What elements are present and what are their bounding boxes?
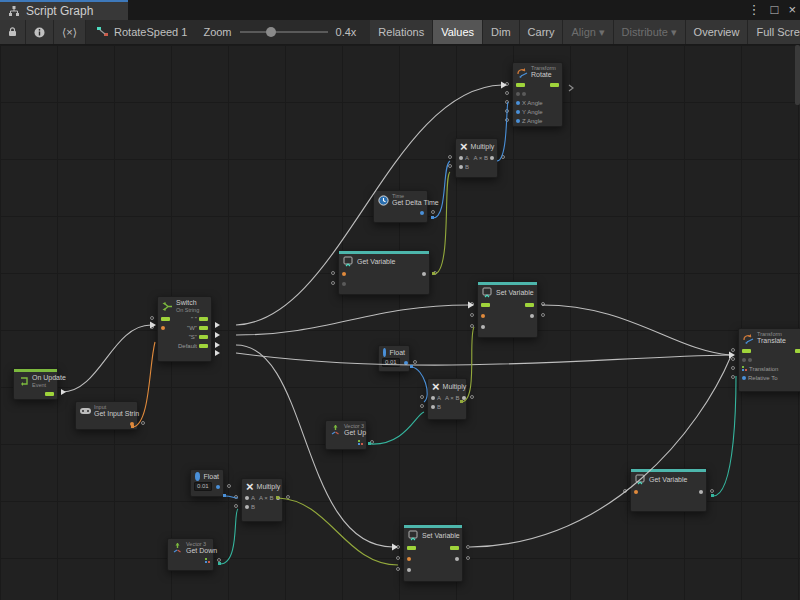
node-multiply-top[interactable]: × Multiply AA × B B — [455, 138, 498, 178]
value-out-port[interactable] — [699, 490, 703, 494]
case-label: " " — [191, 316, 197, 322]
vector3-out-port[interactable] — [358, 440, 363, 445]
string-out-port[interactable] — [130, 422, 134, 426]
b-in-port[interactable] — [431, 405, 435, 409]
node-get-variable-right[interactable]: Get Variable — [630, 468, 707, 512]
target-in-port[interactable] — [516, 92, 520, 96]
case-label: "S" — [189, 334, 197, 340]
node-get-input-string[interactable]: Input Get Input Strin — [75, 401, 138, 430]
node-get-down[interactable]: Vector 3 Get Down — [167, 538, 214, 571]
node-set-variable-bot[interactable]: Set Variable — [403, 524, 463, 582]
name-in-port[interactable] — [481, 314, 485, 318]
fullscreen-button[interactable]: Full Screen — [748, 20, 800, 44]
float-value[interactable]: 0.01 — [194, 482, 212, 491]
dim-button[interactable]: Dim — [483, 20, 520, 44]
case-out-port[interactable] — [199, 317, 208, 321]
value-out-port[interactable] — [530, 314, 534, 318]
case-out-port[interactable] — [199, 326, 208, 330]
value-out-port[interactable] — [455, 557, 459, 561]
graph-node-icon — [96, 26, 109, 38]
name-in-port[interactable] — [342, 272, 346, 276]
node-switch-on-string[interactable]: Switch On String " " "W" "S" Default — [157, 296, 212, 362]
float-out-port[interactable] — [404, 361, 408, 365]
value-out-port[interactable] — [422, 272, 426, 276]
value-in-port[interactable] — [481, 325, 485, 329]
case-out-port[interactable] — [199, 335, 208, 339]
a-in-port[interactable] — [431, 396, 435, 400]
vertical-scrollbar[interactable] — [795, 45, 800, 105]
result-out-port[interactable] — [490, 156, 494, 160]
info-button[interactable] — [26, 20, 54, 44]
node-rotate[interactable]: Transform Rotate X Angle Y Angle Z Angle — [512, 62, 563, 127]
flow-out-port[interactable] — [795, 349, 800, 353]
z-angle-label: Z Angle — [522, 118, 542, 124]
zoom-label: Zoom — [203, 26, 231, 38]
flow-out-port[interactable] — [45, 392, 54, 396]
default-out-port[interactable] — [199, 344, 208, 348]
target-in-port[interactable] — [742, 358, 746, 362]
values-button[interactable]: Values — [433, 20, 483, 44]
flow-out-port[interactable] — [450, 546, 459, 550]
node-title: Get Variable — [357, 258, 395, 266]
value-in-port[interactable] — [407, 568, 411, 572]
distribute-button[interactable]: Distribute ▾ — [614, 20, 686, 44]
zoom-to-fit-button[interactable]: ⟨×⟩ — [54, 20, 86, 44]
maximize-icon[interactable]: □ — [771, 2, 779, 17]
zoom-slider-handle[interactable] — [266, 27, 276, 37]
selector-in-port[interactable] — [161, 326, 165, 330]
node-multiply-mid[interactable]: × Multiply AA × B B — [427, 378, 467, 420]
lock-icon — [8, 27, 17, 37]
float-value[interactable]: 0.01 — [382, 358, 400, 367]
node-get-variable-top[interactable]: Get Variable — [338, 250, 430, 295]
a-label: A — [437, 395, 441, 401]
carry-button[interactable]: Carry — [520, 20, 564, 44]
flow-in-port[interactable] — [742, 349, 751, 353]
b-in-port[interactable] — [459, 165, 463, 169]
node-title: Multiply — [443, 383, 467, 391]
overview-button[interactable]: Overview — [686, 20, 749, 44]
vector3-out-port[interactable] — [205, 558, 210, 563]
z-angle-port[interactable] — [516, 119, 520, 123]
flow-out-port[interactable] — [550, 83, 559, 87]
flow-in-port[interactable] — [407, 546, 416, 550]
node-multiply-bot[interactable]: × Multiply AA × B B — [241, 478, 283, 522]
b-in-port[interactable] — [245, 505, 249, 509]
node-title: Rotate — [531, 71, 556, 79]
flow-in-port[interactable] — [516, 83, 525, 87]
toolbar: ⟨×⟩ RotateSpeed 1 Zoom 0.4x Relations Va… — [0, 20, 800, 45]
name-in-port[interactable] — [407, 557, 411, 561]
zoom-slider[interactable] — [240, 31, 328, 33]
a-in-port[interactable] — [245, 496, 249, 500]
a-in-port[interactable] — [459, 156, 463, 160]
gamepad-icon — [80, 406, 91, 417]
relations-button[interactable]: Relations — [370, 20, 433, 44]
align-button[interactable]: Align ▾ — [563, 20, 613, 44]
relative-to-port[interactable] — [742, 376, 746, 380]
y-angle-port[interactable] — [516, 110, 520, 114]
x-angle-port[interactable] — [516, 101, 520, 105]
fallback-in-port[interactable] — [342, 282, 346, 286]
close-icon[interactable]: × — [788, 2, 796, 17]
result-out-port[interactable] — [276, 496, 280, 500]
result-out-port[interactable] — [462, 396, 466, 400]
float-out-port[interactable] — [216, 485, 220, 489]
breadcrumb[interactable]: RotateSpeed 1 — [86, 20, 197, 44]
translation-port[interactable] — [742, 366, 747, 371]
tab-script-graph[interactable]: Script Graph — [0, 0, 128, 20]
node-translate[interactable]: Transform Translate Translation Relative… — [738, 328, 800, 392]
node-float-bot[interactable]: Float 0.01 — [190, 469, 224, 497]
vector3-icon — [172, 543, 183, 554]
flow-in-port[interactable] — [481, 303, 490, 307]
node-on-update[interactable]: On Update Event — [13, 368, 58, 400]
node-get-up[interactable]: Vector 3 Get Up — [325, 420, 367, 450]
node-get-delta-time[interactable]: Time Get Delta Time — [373, 190, 428, 223]
graph-canvas[interactable]: On Update Event Input Get Input Strin — [0, 45, 800, 600]
node-set-variable-mid[interactable]: Set Variable — [477, 281, 538, 338]
float-out-port[interactable] — [420, 211, 424, 215]
flow-out-port[interactable] — [525, 303, 534, 307]
name-in-port[interactable] — [634, 490, 638, 494]
lock-button[interactable] — [0, 20, 26, 44]
flow-in-port[interactable] — [161, 317, 170, 321]
window-menu-icon[interactable]: ⋮ — [748, 2, 761, 17]
node-float-mid[interactable]: Float 0.01 — [378, 345, 410, 372]
